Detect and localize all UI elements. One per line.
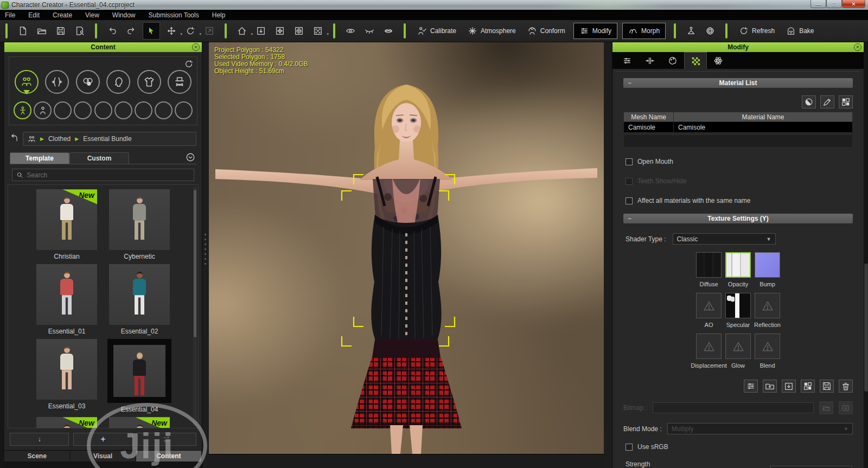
content-item-christian[interactable]: New Christian xyxy=(35,189,99,261)
add-content-button[interactable]: + xyxy=(73,433,132,446)
frame-all-button[interactable] xyxy=(273,24,287,38)
delete-texture-button[interactable] xyxy=(839,380,853,393)
show-eye-button[interactable] xyxy=(343,24,358,38)
content-item-essential-01[interactable]: Essential_01 xyxy=(35,264,99,336)
open-mouth-row[interactable]: Open Mouth xyxy=(626,158,851,165)
specular-thumbnail[interactable] xyxy=(725,293,751,318)
use-srgb-row[interactable]: Use sRGB xyxy=(626,443,851,451)
material-ball-button[interactable] xyxy=(802,95,816,108)
texture-slot-specular[interactable]: Specular xyxy=(725,293,751,328)
bump-thumbnail[interactable] xyxy=(755,252,780,278)
use-srgb-checkbox[interactable] xyxy=(626,444,633,451)
texture-settings-section-header[interactable]: − Texture Settings (Y) xyxy=(623,214,853,223)
undo-button[interactable] xyxy=(105,24,119,38)
menu-help[interactable]: Help xyxy=(212,11,226,19)
material-list-section-header[interactable]: − Material List xyxy=(623,78,853,88)
tab-custom[interactable]: Custom xyxy=(69,152,129,164)
diffuse-thumbnail[interactable] xyxy=(696,252,722,278)
material-name-cell[interactable]: Camisole xyxy=(674,122,853,133)
right-splitter[interactable] xyxy=(604,42,612,468)
texture-slot-displacement[interactable]: Displacement xyxy=(696,334,722,369)
modify-panel-scrollbar[interactable] xyxy=(864,42,867,468)
strength-input[interactable] xyxy=(770,466,852,468)
affect-all-checkbox[interactable] xyxy=(626,197,633,204)
save-project-button[interactable] xyxy=(54,24,68,38)
modify-mode-button[interactable]: Modify xyxy=(573,23,617,39)
menu-file[interactable]: File xyxy=(5,11,15,19)
reflection-thumbnail[interactable] xyxy=(755,293,780,318)
content-item-essential-02[interactable]: Essential_02 xyxy=(107,264,171,336)
collapse-minus-icon[interactable]: − xyxy=(628,215,631,222)
menu-submission-tools[interactable]: Submission Tools xyxy=(149,11,199,19)
texture-slot-reflection[interactable]: Reflection xyxy=(755,293,781,328)
category-character[interactable] xyxy=(15,70,39,94)
menu-edit[interactable]: Edit xyxy=(28,11,40,19)
subcategory-empty[interactable] xyxy=(155,101,173,119)
category-skin[interactable] xyxy=(76,70,100,94)
preview-sphere-button[interactable] xyxy=(703,24,717,38)
check-avatar-button[interactable] xyxy=(684,24,698,38)
breadcrumb-back-icon[interactable] xyxy=(10,133,20,145)
swatch-texture-button[interactable] xyxy=(801,380,815,393)
subcategory-empty[interactable] xyxy=(94,101,112,119)
redo-button[interactable] xyxy=(124,24,138,38)
new-project-button[interactable] xyxy=(16,24,30,38)
mesh-name-cell[interactable]: Camisole xyxy=(624,122,674,133)
content-item-partial[interactable]: New xyxy=(35,417,99,428)
export-character-button[interactable] xyxy=(73,24,87,38)
open-mouth-checkbox[interactable] xyxy=(626,158,633,165)
content-refresh-icon[interactable] xyxy=(184,59,194,69)
texture-slot-bump[interactable]: Bump xyxy=(755,252,781,287)
subcategory-figure[interactable] xyxy=(34,101,52,119)
tab-physics-atom[interactable] xyxy=(707,52,730,69)
tab-attribute-sliders[interactable] xyxy=(616,52,639,69)
texture-slot-opacity[interactable]: Opacity xyxy=(725,252,751,287)
glow-thumbnail[interactable] xyxy=(725,334,751,359)
menu-window[interactable]: Window xyxy=(112,11,136,19)
show-eyelash-button[interactable] xyxy=(362,24,376,38)
content-panel-close-icon[interactable]: ✕ xyxy=(192,43,200,51)
category-body-morph[interactable] xyxy=(45,70,69,94)
swap-content-button[interactable] xyxy=(137,433,196,446)
modify-panel-close-icon[interactable]: ✕ xyxy=(854,43,861,51)
category-accessory[interactable] xyxy=(168,70,192,94)
calibrate-button[interactable]: Calibrate xyxy=(414,26,459,36)
tab-material-checker[interactable] xyxy=(684,52,707,69)
shader-type-dropdown[interactable]: Classic ▼ xyxy=(673,233,776,245)
content-item-essential-03[interactable]: Essential_03 xyxy=(35,339,99,414)
subcategory-empty[interactable] xyxy=(54,101,72,119)
content-grid-scrollbar[interactable] xyxy=(193,187,197,426)
close-button[interactable]: ✕ xyxy=(842,0,865,8)
breadcrumb-item-bundle[interactable]: Essential Bundle xyxy=(83,135,131,143)
viewport-3d[interactable]: Project Polygon : 54322 Selected Polygon… xyxy=(209,42,604,454)
menu-view[interactable]: View xyxy=(85,11,99,19)
minimize-button[interactable]: — xyxy=(810,0,826,8)
load-texture-button[interactable] xyxy=(763,380,777,393)
bake-button[interactable]: Bake xyxy=(783,26,817,36)
subcategory-empty[interactable] xyxy=(135,101,152,119)
ao-thumbnail[interactable] xyxy=(696,293,722,318)
texture-slot-glow[interactable]: Glow xyxy=(725,334,751,369)
breadcrumb-item-clothed[interactable]: Clothed xyxy=(48,135,71,143)
open-project-button[interactable] xyxy=(35,24,49,38)
conform-button[interactable]: Conform xyxy=(524,26,569,36)
atmosphere-button[interactable]: Atmosphere xyxy=(464,26,519,36)
opacity-thumbnail[interactable] xyxy=(725,252,751,278)
left-splitter[interactable] xyxy=(202,42,209,468)
material-row-camisole[interactable]: Camisole Camisole xyxy=(624,122,853,133)
apply-texture-button[interactable] xyxy=(782,380,796,393)
adjust-texture-button[interactable] xyxy=(744,380,758,393)
save-texture-button[interactable] xyxy=(820,380,834,393)
subcategory-empty[interactable] xyxy=(74,101,92,119)
content-item-essential-04[interactable]: Essential_04 xyxy=(107,339,171,414)
show-teeth-button[interactable] xyxy=(381,24,395,38)
texture-slot-blend[interactable]: Blend xyxy=(755,334,781,369)
tab-conform-pinch[interactable] xyxy=(639,52,661,69)
displacement-thumbnail[interactable] xyxy=(696,334,722,359)
eyedropper-button[interactable] xyxy=(820,95,834,108)
world-view-button[interactable] xyxy=(292,24,306,38)
camera-frame-button[interactable]: ▾ xyxy=(311,24,325,38)
tab-color-palette[interactable] xyxy=(661,52,684,69)
swatch-button[interactable] xyxy=(839,95,853,108)
scale-tool-button[interactable] xyxy=(202,24,216,38)
